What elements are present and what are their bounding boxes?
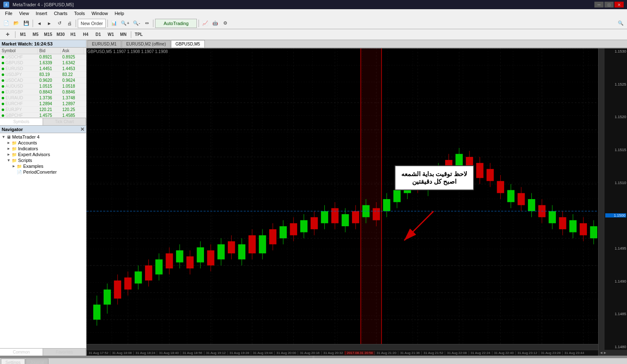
crosshair-btn[interactable]: ✛ (2, 30, 13, 39)
tab-tick-chart[interactable]: Tick Chart (43, 118, 86, 125)
menu-charts[interactable]: Charts (51, 10, 71, 17)
tf-m5[interactable]: M5 (30, 30, 41, 39)
market-watch-row[interactable]: EURGBP 0.8843 0.8846 (0, 89, 86, 95)
open-btn[interactable]: 📂 (12, 19, 21, 28)
market-watch-row[interactable]: USDCHF 0.8921 0.8925 (0, 54, 86, 60)
market-watch-row[interactable]: EURUSD 1.4451 1.4453 (0, 66, 86, 72)
expert-advisors-btn[interactable]: 🤖 (211, 19, 220, 28)
navigator-close[interactable]: ✕ (80, 126, 84, 132)
menu-file[interactable]: File (2, 10, 16, 17)
tf-w1[interactable]: W1 (105, 30, 117, 39)
forward-btn[interactable]: ► (45, 19, 54, 28)
tf-m30[interactable]: M30 (55, 30, 66, 39)
svg-rect-31 (135, 271, 142, 283)
tab-symbols[interactable]: Symbols (0, 118, 43, 125)
auto-trading-button[interactable]: AutoTrading (155, 19, 197, 28)
market-watch-row[interactable]: AUDUSD 1.0515 1.0518 (0, 83, 86, 89)
svg-rect-25 (104, 290, 111, 305)
save-btn[interactable]: 💾 (22, 19, 31, 28)
new-order-button[interactable]: New Order (78, 19, 106, 28)
menu-window[interactable]: Window (88, 10, 111, 17)
zoom-in-btn[interactable]: 🔍+ (120, 19, 130, 28)
market-watch-row[interactable]: EURCHF 1.2894 1.2897 (0, 101, 86, 107)
chart-tab-eurusd-m1[interactable]: EURUSD,M1 (87, 40, 121, 48)
maximize-button[interactable]: □ (604, 2, 614, 8)
bottom-section: ⠿ Settings Journal Expert Advisor: 2 MA … (0, 356, 627, 364)
price-9: 1.1480 (605, 345, 626, 349)
nav-tab-favorites[interactable]: Favorites (43, 349, 86, 356)
svg-rect-100 (476, 163, 483, 178)
vertical-scrollbar[interactable] (598, 48, 604, 350)
price-4: 1.1515 (605, 148, 626, 152)
chart-tab-gbpusd-m5[interactable]: GBPUSD,M5 (171, 40, 205, 48)
tf-h1[interactable]: H1 (67, 30, 79, 39)
tf-mn[interactable]: MN (117, 30, 129, 39)
zoom-out-btn[interactable]: 🔍- (132, 19, 142, 28)
market-watch: Market Watch: 16:24:53 Symbol Bid Ask US… (0, 40, 86, 126)
tf-h4[interactable]: H4 (80, 30, 92, 39)
market-watch-rows: USDCHF 0.8921 0.8925 GBPUSD 1.6339 1.634… (0, 54, 86, 118)
menu-tools[interactable]: Tools (71, 10, 88, 17)
window-controls[interactable]: ─ □ ✕ (594, 2, 624, 8)
tree-item-metatrader-4[interactable]: ▼🖥MetaTrader 4 (1, 134, 85, 140)
col-bid: Bid (38, 48, 61, 54)
sep3 (107, 20, 108, 27)
horizontal-scrollbar[interactable] (87, 344, 598, 350)
chart-type-bar[interactable]: 📊 (110, 19, 119, 28)
print-btn[interactable]: 🖨 (65, 19, 74, 28)
app-title: MetaTrader 4 - [GBPUSD,M5] (13, 2, 74, 7)
tab-journal[interactable]: Journal (25, 359, 48, 364)
market-watch-row[interactable]: GBPCHF 1.4575 1.4585 (0, 113, 86, 118)
time-label-highlighted: 2017.08.31 20:58 (345, 351, 375, 355)
tab-settings[interactable]: Settings (1, 359, 25, 364)
indicators-btn[interactable]: 📈 (201, 19, 210, 28)
chart-tab-eurusd-m2[interactable]: EURUSD,M2 (offline) (122, 40, 171, 48)
tree-item-examples[interactable]: ►📁Examples (1, 163, 85, 169)
market-watch-row[interactable]: USDCAD 0.9620 0.9624 (0, 78, 86, 83)
tf-m15[interactable]: M15 (42, 30, 54, 39)
search-btn[interactable]: 🔍 (616, 19, 625, 28)
minimize-button[interactable]: ─ (594, 2, 604, 8)
nav-tab-common[interactable]: Common (0, 349, 43, 356)
market-watch-row[interactable]: GBPUSD 1.6339 1.6342 (0, 60, 86, 66)
tree-item-accounts[interactable]: ►📁Accounts (1, 140, 85, 146)
refresh-btn[interactable]: ↺ (55, 19, 64, 28)
svg-rect-39 (176, 250, 183, 263)
left-panel: Market Watch: 16:24:53 Symbol Bid Ask US… (0, 40, 87, 356)
time-label: 31 Aug 18:40 (157, 351, 180, 355)
autoscroll-btn[interactable]: ⇔ (142, 19, 151, 28)
scroll-corner: ◄► (598, 350, 627, 356)
tree-item-scripts[interactable]: ▼📁Scripts (1, 157, 85, 163)
annotation-box: لاحظ توقيت بداية الشمعه اصبح كل دقيقتين (395, 165, 474, 190)
svg-rect-116 (559, 217, 566, 229)
price-7: 1.1490 (605, 279, 626, 283)
tree-item-indicators[interactable]: ►📁Indicators (1, 146, 85, 152)
menu-help[interactable]: Help (111, 10, 127, 17)
app-icon: 4 (3, 2, 9, 8)
chart-tabs: EURUSD,M1 EURUSD,M2 (offline) GBPUSD,M5 (87, 40, 627, 48)
svg-rect-41 (186, 256, 194, 268)
time-label: 31 Aug 18:08 (110, 351, 133, 355)
market-watch-row[interactable]: EURAUD 1.3736 1.3748 (0, 95, 86, 101)
main-layout: Market Watch: 16:24:53 Symbol Bid Ask US… (0, 40, 627, 356)
svg-rect-27 (114, 281, 121, 298)
svg-rect-82 (383, 199, 390, 211)
menu-view[interactable]: View (16, 10, 33, 17)
chart-svg (87, 48, 604, 350)
tree-item-expert-advisors[interactable]: ►📁Expert Advisors (1, 152, 85, 157)
timeframe-toolbar: ✛ M1 M5 M15 M30 H1 H4 D1 W1 MN TPL (0, 29, 627, 40)
new-chart-btn[interactable]: 📄 (2, 19, 11, 28)
back-btn[interactable]: ◄ (35, 19, 44, 28)
navigator-bottom-tabs: Common Favorites (0, 348, 86, 356)
tf-m1[interactable]: M1 (17, 30, 29, 39)
svg-rect-80 (373, 208, 380, 220)
tree-item-periodconverter[interactable]: 📄PeriodConverter (1, 169, 85, 175)
settings-btn[interactable]: ⚙ (221, 19, 230, 28)
menu-insert[interactable]: Insert (32, 10, 51, 17)
close-button[interactable]: ✕ (614, 2, 624, 8)
market-watch-row[interactable]: EURJPY 120.21 120.25 (0, 107, 86, 113)
tf-sep0 (15, 31, 15, 38)
tf-d1[interactable]: D1 (92, 30, 104, 39)
market-watch-row[interactable]: USDJPY 83.19 83.22 (0, 72, 86, 78)
tpl-btn[interactable]: TPL (133, 30, 145, 39)
